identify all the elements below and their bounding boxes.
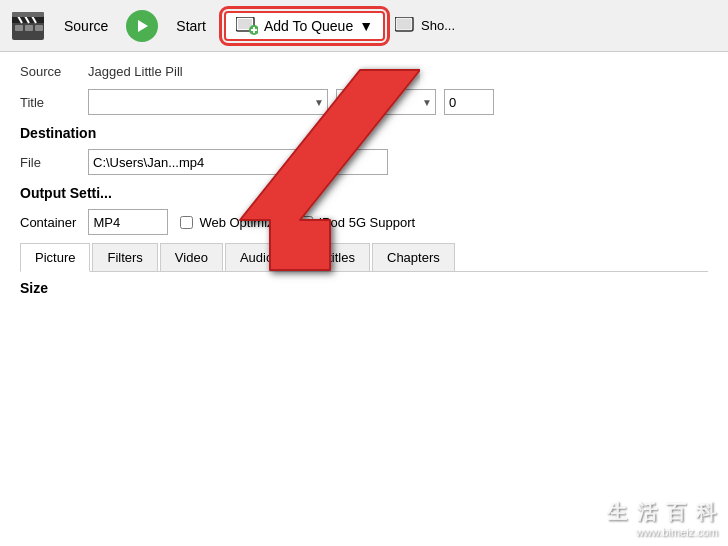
seconds-select-container: Seconds Frames Milliseconds ▼ xyxy=(336,89,436,115)
svg-rect-7 xyxy=(25,25,33,31)
add-queue-dropdown-arrow: ▼ xyxy=(359,18,373,34)
toolbar: Source Start Add To Queue ▼ Sho... xyxy=(0,0,728,52)
tab-filters[interactable]: Filters xyxy=(92,243,157,271)
tab-chapters[interactable]: Chapters xyxy=(372,243,455,271)
show-label: Sho... xyxy=(421,18,455,33)
container-select[interactable]: MP4 MKV AVI xyxy=(88,209,168,235)
add-to-queue-button[interactable]: Add To Queue ▼ xyxy=(224,11,385,41)
svg-marker-9 xyxy=(138,20,148,32)
tab-subtitles[interactable]: Subtitles xyxy=(290,243,370,271)
size-label: Size xyxy=(20,280,708,296)
watermark: 生 活 百 科 www.bimeiz.com xyxy=(607,499,718,538)
svg-rect-16 xyxy=(397,19,411,29)
title-row: Title ▼ Seconds Frames Milliseconds ▼ xyxy=(20,89,708,115)
web-optimized-checkbox[interactable] xyxy=(180,216,193,229)
file-path-input[interactable] xyxy=(88,149,388,175)
main-content: Source Jagged Little Pill Title ▼ Second… xyxy=(0,52,728,308)
title-select-container: ▼ xyxy=(88,89,328,115)
file-label: File xyxy=(20,155,80,170)
tab-video[interactable]: Video xyxy=(160,243,223,271)
destination-section-title: Destination xyxy=(20,125,708,141)
start-button[interactable]: Start xyxy=(168,14,214,38)
source-row: Source Jagged Little Pill xyxy=(20,64,708,79)
svg-rect-6 xyxy=(15,25,23,31)
start-play-button[interactable] xyxy=(126,10,158,42)
add-to-queue-label: Add To Queue xyxy=(264,18,353,34)
show-queue-area: Sho... xyxy=(395,17,455,35)
source-value: Jagged Little Pill xyxy=(88,64,183,79)
svg-rect-8 xyxy=(35,25,43,31)
container-select-container: MP4 MKV AVI xyxy=(88,209,168,235)
output-settings-row: Container MP4 MKV AVI Web Optimized iPod… xyxy=(20,209,708,235)
web-optimized-group: Web Optimized xyxy=(180,215,288,230)
tab-picture[interactable]: Picture xyxy=(20,243,90,272)
watermark-url: www.bimeiz.com xyxy=(636,526,718,538)
title-select[interactable] xyxy=(88,89,328,115)
tab-audio[interactable]: Audio xyxy=(225,243,288,271)
file-row: File xyxy=(20,149,708,175)
container-label: Container xyxy=(20,215,76,230)
source-label: Source xyxy=(20,64,80,79)
title-label: Title xyxy=(20,95,80,110)
ipod-support-checkbox[interactable] xyxy=(300,216,313,229)
ipod-support-label: iPod 5G Support xyxy=(319,215,415,230)
watermark-chinese: 生 活 百 科 xyxy=(607,499,718,526)
clapperboard-icon xyxy=(10,8,46,44)
tabs-bar: Picture Filters Video Audio Subtitles Ch… xyxy=(20,243,708,272)
ipod-support-group: iPod 5G Support xyxy=(300,215,415,230)
source-button[interactable]: Source xyxy=(56,14,116,38)
output-settings-title: Output Setti... xyxy=(20,185,708,201)
svg-rect-5 xyxy=(12,12,44,17)
seconds-select[interactable]: Seconds Frames Milliseconds xyxy=(336,89,436,115)
web-optimized-label: Web Optimized xyxy=(199,215,288,230)
time-number-input[interactable] xyxy=(444,89,494,115)
